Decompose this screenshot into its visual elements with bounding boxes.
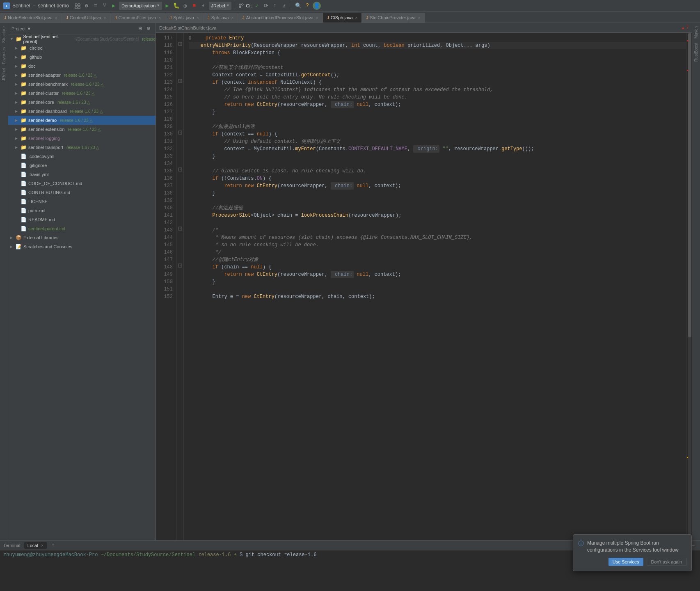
tab-close[interactable]: ×	[355, 16, 358, 20]
debug-button[interactable]: 🐛	[173, 2, 180, 9]
run-icon[interactable]: ▶	[110, 2, 117, 9]
tab-close[interactable]: ×	[197, 16, 199, 20]
new-terminal-button[interactable]: +	[49, 542, 57, 549]
tab-nodeselectorslot[interactable]: J NodeSelectorSlot.java ×	[0, 13, 62, 23]
tree-collapse-all[interactable]: ⊟	[136, 25, 144, 32]
code-line-119: throws BlockException {	[189, 49, 686, 57]
tab-close[interactable]: ×	[158, 16, 161, 20]
code-line-137: return new CtEntry(resourceWrapper, chai…	[189, 182, 686, 190]
tab-label: Sph.java	[211, 15, 229, 20]
tab-close[interactable]: ×	[104, 16, 106, 20]
tree-core[interactable]: ▶ 📁 sentinel-core release-1.6 / 23 △	[8, 98, 156, 107]
structure-icon[interactable]: ≡	[92, 2, 99, 9]
code-line-147: //创建ctEntry对象	[189, 256, 686, 263]
code-text[interactable]: @ private Entry entryWithPriority(Resour…	[184, 33, 686, 540]
editor-area[interactable]: 117 118 119 120 121 122 123 124 125 126 …	[156, 33, 692, 540]
terminal-branch-name: release-1.6 ±	[198, 552, 237, 558]
vcs-icon[interactable]: ⑂	[101, 2, 108, 9]
folder-icon: 📁	[21, 90, 27, 96]
profile-icon[interactable]: 👤	[313, 2, 321, 10]
tree-contributing[interactable]: 📄 CONTRIBUTING.md	[8, 188, 156, 197]
tree-logging[interactable]: ▶ 📁 sentinel-logging	[8, 134, 156, 143]
tab-ctsph[interactable]: J CtSph.java ×	[323, 13, 362, 23]
code-line-135: // Global switch is close, no rule check…	[189, 167, 686, 175]
tree-benchmark[interactable]: ▶ 📁 sentinel-benchmark release-1.6 / 23 …	[8, 80, 156, 89]
tree-license[interactable]: 📄 LICENSE	[8, 197, 156, 206]
tree-github[interactable]: ▶ 📁 .github	[8, 53, 156, 62]
jrebel-panel-tab[interactable]: JRebel	[0, 66, 7, 82]
tree-travis[interactable]: 📄 .travis.yml	[8, 170, 156, 179]
fold-marker-118[interactable]	[176, 40, 183, 48]
terminal-tab-local[interactable]: Local ×	[24, 542, 47, 549]
tree-gitignore[interactable]: 📄 .gitignore	[8, 161, 156, 170]
update-icon[interactable]: ⟳	[262, 2, 270, 9]
build-icon[interactable]: ⚡	[200, 2, 207, 9]
git-label: Git	[246, 3, 252, 8]
fold-marker-148[interactable]	[176, 262, 183, 269]
tree-doc[interactable]: ▶ 📁 doc	[8, 62, 156, 71]
tree-extension[interactable]: ▶ 📁 sentinel-extension release-1.6 / 23 …	[8, 125, 156, 134]
badge: release-1.6 / 23 △	[66, 145, 99, 150]
tree-demo[interactable]: ▶ 📁 sentinel-demo release-1.6 / 23 △	[8, 116, 156, 125]
push-icon[interactable]: ↑	[271, 2, 279, 9]
dont-ask-button[interactable]: Don't ask again	[647, 558, 686, 566]
use-services-button[interactable]: Use Services	[608, 558, 643, 566]
maven-panel-tab[interactable]: Maven	[693, 25, 700, 40]
coverage-icon[interactable]: ◎	[182, 2, 189, 9]
jrebel-dropdown[interactable]: JRebel ▼	[209, 2, 232, 10]
tab-close[interactable]: ×	[231, 16, 234, 20]
root-branch: release	[142, 37, 156, 41]
fold-marker-123[interactable]	[176, 77, 183, 85]
settings-icon[interactable]: ⚙	[83, 2, 90, 9]
run-config-dropdown[interactable]: DemoApplication ▼	[119, 2, 162, 10]
tree-pom[interactable]: 📄 pom.xml	[8, 206, 156, 215]
tab-abstractlinked[interactable]: J AbstractLinkedProcessorSlot.java ×	[238, 13, 323, 23]
folder-icon: 📁	[21, 63, 27, 69]
tree-circleci[interactable]: ▶ 📁 .circleci	[8, 44, 156, 53]
structure-panel-tab[interactable]: Structure	[0, 25, 7, 45]
run-button[interactable]: ▶	[164, 2, 171, 9]
toolbar-icons: ⚙ ≡ ⑂ ▶ DemoApplication ▼ ▶ 🐛 ◎ ■ ⚡ JReb…	[74, 2, 321, 10]
folder-icon: 📁	[21, 126, 27, 132]
java-icon: J	[208, 16, 210, 20]
tree-root[interactable]: ▼ 📁 Sentinel [sentinel-parent] ~/Documen…	[8, 34, 156, 44]
code-line-141: ProcessorSlot<Object> chain = lookProces…	[189, 212, 686, 219]
tab-sphu[interactable]: J SphU.java ×	[165, 13, 204, 23]
tree-iml[interactable]: 📄 sentinel-parent.iml	[8, 224, 156, 233]
tab-slotchainprovider[interactable]: J SlotChainProvider.java ×	[362, 13, 425, 23]
tree-codecov[interactable]: 📄 .codecov.yml	[8, 152, 156, 161]
tree-adapter[interactable]: ▶ 📁 sentinel-adapter release-1.6 / 23 △	[8, 71, 156, 80]
tab-close[interactable]: ×	[55, 16, 57, 20]
project-dropdown[interactable]: Project ▼	[11, 26, 31, 31]
search-everywhere-icon[interactable]: 🔍	[295, 2, 302, 9]
project-icon[interactable]	[74, 2, 81, 9]
tree-settings[interactable]: ⚙	[145, 25, 152, 32]
tree-dashboard[interactable]: ▶ 📁 sentinel-dashboard release-1.6 / 23 …	[8, 107, 156, 116]
help-icon[interactable]: ?	[304, 2, 311, 9]
tree-transport[interactable]: ▶ 📁 sentinel-transport release-1.6 / 23 …	[8, 143, 156, 152]
checkmark-icon[interactable]: ✓	[253, 2, 261, 9]
fold-marker-135[interactable]	[176, 166, 183, 173]
tab-close[interactable]: ×	[316, 16, 318, 20]
scroll-thumb[interactable]	[688, 33, 691, 337]
rustboost-panel-tab[interactable]: RustBoost	[693, 41, 700, 63]
fold-marker-143[interactable]	[176, 225, 183, 232]
tab-commonfilter[interactable]: J CommonFilter.java ×	[111, 13, 166, 23]
favorites-panel-tab[interactable]: Favorites	[0, 46, 7, 66]
tree-conduct[interactable]: 📄 CODE_OF_CONDUCT.md	[8, 179, 156, 188]
tree-external-libs[interactable]: ▶ 📦 External Libraries	[8, 233, 156, 242]
project-name: sentinel-demo	[38, 3, 69, 9]
git-area[interactable]: Git	[238, 3, 252, 9]
tree-scratches[interactable]: ▶ 📝 Scratches and Consoles	[8, 242, 156, 251]
tab-sph[interactable]: J Sph.java ×	[204, 13, 238, 23]
history-icon[interactable]: ↺	[280, 2, 288, 9]
tab-close[interactable]: ×	[418, 16, 421, 20]
badge: release-1.6 / 23 △	[57, 100, 90, 105]
tree-cluster[interactable]: ▶ 📁 sentinel-cluster release-1.6 / 23 △	[8, 89, 156, 98]
stop-icon[interactable]: ■	[191, 2, 198, 9]
fold-marker-130[interactable]	[176, 129, 183, 136]
tab-contextutil[interactable]: J ContextUtil.java ×	[62, 13, 111, 23]
terminal-tab-close[interactable]: ×	[41, 543, 43, 548]
tree-readme[interactable]: 📄 README.md	[8, 215, 156, 224]
java-icon: J	[242, 16, 244, 20]
